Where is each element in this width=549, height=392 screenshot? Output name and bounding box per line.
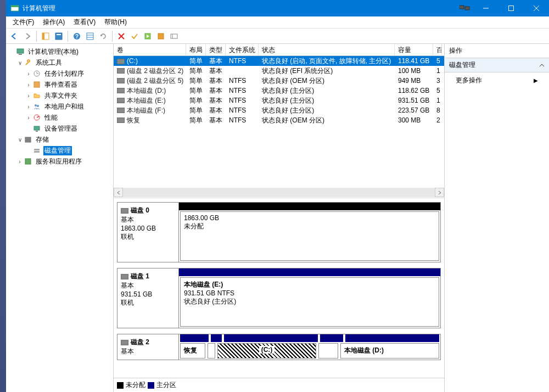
- disk-1-block[interactable]: 磁盘 1 基本 931.51 GB 联机 本地磁盘 (E:) 931.51 GB…: [117, 268, 441, 328]
- disk-icon: [121, 274, 128, 279]
- disk-0-header-bar: [179, 203, 440, 210]
- maximize-button[interactable]: [498, 0, 524, 16]
- menu-action[interactable]: 操作(A): [40, 16, 70, 28]
- scroll-track[interactable]: [123, 188, 435, 197]
- scroll-right-button[interactable]: [435, 188, 444, 197]
- svg-rect-34: [36, 131, 38, 132]
- disk-2-partition-oem[interactable]: [318, 343, 338, 359]
- expand-icon[interactable]: ›: [25, 82, 32, 88]
- col-volume[interactable]: 卷: [114, 44, 186, 55]
- folder-icon: [32, 91, 41, 100]
- expand-icon[interactable]: ›: [25, 71, 32, 77]
- volume-row[interactable]: 本地磁盘 (E:)简单基本NTFS状态良好 (主分区)931.51 GB1: [114, 96, 444, 105]
- volume-list-body[interactable]: (C:)简单基本NTFS状态良好 (启动, 页面文件, 故障转储, 主分区)11…: [114, 56, 444, 188]
- expand-icon[interactable]: ›: [25, 93, 32, 99]
- toolbar: ?: [6, 29, 549, 44]
- tree-disk-management[interactable]: 磁盘管理: [6, 145, 113, 156]
- tree-services-apps[interactable]: ›服务和应用程序: [6, 156, 113, 167]
- tree-root[interactable]: 计算机管理(本地): [6, 46, 113, 57]
- volume-list[interactable]: 卷 布局 类型 文件系统 状态 容量 百 (C:)简单基本NTFS状态良好 (启…: [114, 44, 444, 199]
- disk-2-partition-recovery[interactable]: 恢复: [180, 343, 205, 359]
- disk-0-partition-unallocated[interactable]: 1863.00 GB 未分配: [180, 211, 439, 261]
- refresh-button[interactable]: [97, 30, 109, 42]
- tree-local-users[interactable]: ›本地用户和组: [6, 101, 113, 112]
- disk-1-partition-e[interactable]: 本地磁盘 (E:) 931.51 GB NTFS 状态良好 (主分区): [180, 277, 439, 327]
- svg-point-53: [122, 120, 124, 121]
- options-button[interactable]: [168, 30, 180, 42]
- action-button[interactable]: [142, 30, 154, 42]
- menu-view[interactable]: 查看(V): [70, 16, 101, 28]
- menu-help[interactable]: 帮助(H): [101, 16, 132, 28]
- svg-point-43: [122, 70, 124, 71]
- tree-event-viewer[interactable]: ›事件查看器: [6, 79, 113, 90]
- tree-device-manager[interactable]: 设备管理器: [6, 123, 113, 134]
- tree-task-scheduler[interactable]: ›任务计划程序: [6, 68, 113, 79]
- expand-icon[interactable]: ›: [16, 159, 24, 165]
- disk-2-partition-d[interactable]: 本地磁盘 (D:): [340, 343, 439, 359]
- svg-point-45: [122, 80, 124, 81]
- disk-1-info: 磁盘 1 基本 931.51 GB 联机: [117, 268, 179, 328]
- disk-2-block[interactable]: 磁盘 2 基本 恢复: [117, 334, 441, 360]
- action-more[interactable]: 更多操作 ▶: [445, 72, 549, 88]
- main-area: 计算机管理(本地) ∨ 系统工具 ›任务计划程序 ›事件查看器 ›共享文件夹 ›…: [6, 44, 549, 392]
- minimize-button[interactable]: [473, 0, 498, 16]
- volume-row[interactable]: (磁盘 2 磁盘分区 2)简单基本状态良好 (EFI 系统分区)100 MB1: [114, 66, 444, 76]
- disk-2-bar-c: [224, 334, 318, 342]
- properties-button[interactable]: [53, 30, 65, 42]
- svg-rect-2: [460, 5, 464, 9]
- scroll-left-button[interactable]: [114, 188, 123, 197]
- action-group-disk-mgmt[interactable]: 磁盘管理: [445, 58, 549, 72]
- collapse-icon[interactable]: ∨: [16, 60, 24, 66]
- svg-point-47: [122, 90, 124, 91]
- performance-icon: [32, 113, 41, 122]
- users-icon: [32, 102, 41, 111]
- apply-button[interactable]: [128, 30, 141, 42]
- disk-mgmt-icon: [32, 146, 41, 155]
- tree-pane[interactable]: 计算机管理(本地) ∨ 系统工具 ›任务计划程序 ›事件查看器 ›共享文件夹 ›…: [6, 44, 114, 392]
- svg-rect-11: [57, 34, 61, 35]
- menu-file[interactable]: 文件(F): [9, 16, 40, 28]
- menubar: 文件(F) 操作(A) 查看(V) 帮助(H): [6, 16, 549, 29]
- close-button[interactable]: [524, 0, 549, 16]
- collapse-icon[interactable]: ∨: [16, 137, 24, 143]
- window-title: 计算机管理: [23, 4, 55, 13]
- nav-forward-button[interactable]: [21, 30, 33, 42]
- volume-row[interactable]: 恢复简单基本NTFS状态良好 (OEM 分区)300 MB2: [114, 115, 444, 125]
- tree-shared-folders[interactable]: ›共享文件夹: [6, 90, 113, 101]
- disk-2-bar-recovery: [180, 334, 209, 342]
- svg-rect-33: [34, 126, 40, 130]
- volume-row[interactable]: 本地磁盘 (D:)简单基本NTFS状态良好 (主分区)118.62 GB5: [114, 86, 444, 96]
- tree-system-tools[interactable]: ∨ 系统工具: [6, 57, 113, 68]
- tree-storage[interactable]: ∨ 存储: [6, 134, 113, 145]
- settings-button[interactable]: [155, 30, 167, 42]
- titlebar[interactable]: 计算机管理: [6, 0, 549, 16]
- col-status[interactable]: 状态: [259, 44, 395, 55]
- col-filesystem[interactable]: 文件系统: [226, 44, 259, 55]
- col-capacity[interactable]: 容量: [395, 44, 433, 55]
- disk-1-header-bar: [179, 268, 440, 276]
- svg-point-59: [126, 342, 127, 343]
- expand-icon[interactable]: ›: [25, 104, 32, 110]
- disk-2-partition-c[interactable]: (C:): [217, 343, 316, 359]
- disk-2-partition-efi[interactable]: [208, 343, 215, 359]
- volume-row[interactable]: (磁盘 2 磁盘分区 5)简单基本NTFS状态良好 (OEM 分区)949 MB…: [114, 76, 444, 86]
- nav-back-button[interactable]: [8, 30, 20, 42]
- svg-line-32: [37, 116, 39, 117]
- disk-0-block[interactable]: 磁盘 0 基本 1863.00 GB 联机 1863.00 GB 未分配: [117, 202, 441, 262]
- col-type[interactable]: 类型: [206, 44, 226, 55]
- volume-hscrollbar[interactable]: [114, 188, 444, 197]
- svg-rect-5: [509, 6, 514, 11]
- disk-graphic-pane[interactable]: 磁盘 0 基本 1863.00 GB 联机 1863.00 GB 未分配: [114, 199, 444, 378]
- view-list-button[interactable]: [84, 30, 96, 42]
- delete-button[interactable]: [115, 30, 127, 42]
- legend-swatch-primary: [148, 382, 154, 389]
- svg-rect-23: [17, 49, 24, 53]
- expand-icon[interactable]: ›: [25, 115, 32, 121]
- volume-row[interactable]: 本地磁盘 (F:)简单基本NTFS状态良好 (主分区)223.57 GB8: [114, 105, 444, 115]
- tree-performance[interactable]: ›性能: [6, 112, 113, 123]
- show-tree-button[interactable]: [40, 30, 52, 42]
- col-layout[interactable]: 布局: [186, 44, 206, 55]
- help-button[interactable]: ?: [71, 30, 83, 42]
- col-free[interactable]: 百: [433, 44, 442, 55]
- volume-row[interactable]: (C:)简单基本NTFS状态良好 (启动, 页面文件, 故障转储, 主分区)11…: [114, 56, 444, 66]
